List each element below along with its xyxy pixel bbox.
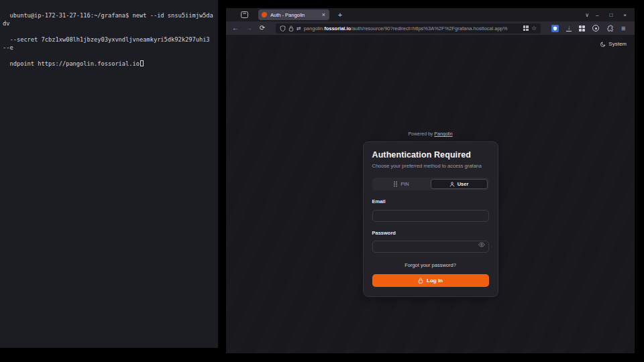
grid-extension-icon[interactable] xyxy=(579,25,585,32)
password-label: Password xyxy=(372,230,489,236)
tab-auth-pangolin[interactable]: Auth - Pangolin × xyxy=(258,9,329,20)
login-lock-icon xyxy=(418,278,423,284)
show-password-button[interactable] xyxy=(478,242,485,247)
menu-hamburger-icon[interactable]: ≡ xyxy=(621,24,625,32)
pangolin-link[interactable]: Pangolin xyxy=(434,131,452,136)
tab-bar: Auth - Pangolin × + ∨ – □ × xyxy=(226,8,635,21)
lock-icon[interactable] xyxy=(288,25,294,32)
bookmark-star-icon[interactable]: ☆ xyxy=(531,25,537,32)
tab-pin-label: PIN xyxy=(400,181,409,187)
password-field[interactable] xyxy=(372,241,489,253)
forgot-password-link[interactable]: Forgot your password? xyxy=(372,262,489,268)
tab-pin[interactable]: PIN xyxy=(374,179,429,189)
theme-selector-label: System xyxy=(608,41,627,47)
url-text[interactable]: pangolin.fossorial.io/auth/resource/90?r… xyxy=(304,25,521,32)
email-label: Email xyxy=(372,198,489,204)
tab-close-icon[interactable]: × xyxy=(321,11,326,18)
window-close-button[interactable]: × xyxy=(623,12,627,18)
firefox-view-icon[interactable] xyxy=(238,9,250,20)
user-icon xyxy=(449,182,455,187)
url-path: /auth/resource/90?redirect=https%3A%2F%2… xyxy=(351,25,507,32)
theme-selector[interactable]: System xyxy=(600,41,627,47)
extensions-puzzle-icon[interactable] xyxy=(606,25,614,32)
terminal-window[interactable]: ubuntu@ip-172-31-27-116:~/grafana$ newt … xyxy=(0,0,218,348)
forward-button[interactable]: → xyxy=(244,22,254,34)
downloads-icon[interactable]: ↓ xyxy=(566,25,572,32)
moon-icon xyxy=(600,42,606,47)
powered-by: Powered by Pangolin xyxy=(363,131,498,136)
email-field[interactable] xyxy=(372,210,489,222)
adblock-extension-icon[interactable] xyxy=(551,25,559,32)
terminal-line: ndpoint https://pangolin.fossorial.io xyxy=(9,60,140,67)
keypad-icon xyxy=(393,181,398,187)
navigation-bar: ← → ⟳ ⇄ pangolin.fossorial.io/auth/resou… xyxy=(226,21,635,35)
eye-icon xyxy=(478,242,485,247)
tab-user[interactable]: User xyxy=(431,179,488,189)
auth-method-tabs: PIN User xyxy=(372,178,489,190)
url-subdomain: pangolin. xyxy=(304,25,324,32)
tab-user-label: User xyxy=(458,181,469,187)
list-all-tabs-icon[interactable]: ∨ xyxy=(585,12,589,18)
card-subtitle: Choose your preferred method to access g… xyxy=(372,163,489,169)
window-maximize-button[interactable]: □ xyxy=(609,12,612,18)
terminal-line: --secret 7cbz1xw08lh1jbzey03yxvndljvneam… xyxy=(3,36,213,51)
auth-card: Authentication Required Choose your pref… xyxy=(363,141,498,297)
url-domain: fossorial.io xyxy=(324,25,351,32)
containers-icon[interactable] xyxy=(523,25,529,31)
tab-title: Auth - Pangolin xyxy=(270,12,321,18)
card-title: Authentication Required xyxy=(372,150,489,160)
terminal-line: ubuntu@ip-172-31-27-116:~/grafana$ newt … xyxy=(3,12,213,27)
tracking-protection-shield-icon[interactable] xyxy=(280,25,286,32)
pangolin-favicon-icon xyxy=(262,12,267,17)
url-bar[interactable]: ⇄ pangolin.fossorial.io/auth/resource/90… xyxy=(276,23,541,34)
login-button-label: Log in xyxy=(427,278,443,284)
site-permissions-icon[interactable]: ⇄ xyxy=(297,25,301,32)
new-tab-button[interactable]: + xyxy=(335,11,345,19)
record-circle-extension-icon[interactable] xyxy=(592,25,599,32)
back-button[interactable]: ← xyxy=(230,22,241,34)
reload-button[interactable]: ⟳ xyxy=(257,22,268,34)
login-button[interactable]: Log in xyxy=(372,274,489,287)
browser-window: Auth - Pangolin × + ∨ – □ × ← → ⟳ ⇄ pang… xyxy=(226,8,635,353)
terminal-cursor xyxy=(140,60,144,66)
page-content: System Powered by Pangolin Authenticatio… xyxy=(226,35,635,353)
window-minimize-button[interactable]: – xyxy=(596,12,598,18)
